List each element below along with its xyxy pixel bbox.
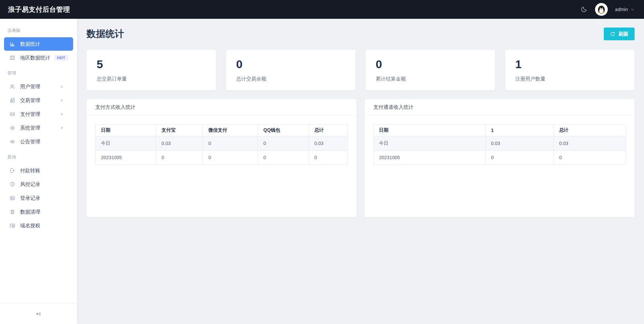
table-row: 今日0.030.03 <box>374 136 626 151</box>
penguin-avatar[interactable] <box>595 3 608 16</box>
table-card-title: 支付通道收入统计 <box>365 99 635 115</box>
idcard-icon <box>9 195 15 201</box>
sidebar-item-label: 域名授权 <box>20 223 40 229</box>
chevron-right-icon <box>60 85 64 89</box>
sidebar-item-label: 公告管理 <box>20 139 40 145</box>
table-cell: 今日 <box>374 136 486 151</box>
table-cell: 0 <box>203 136 258 151</box>
sidebar-item[interactable]: 付款转账 <box>4 164 73 177</box>
refresh-button[interactable]: 刷新 <box>604 28 635 40</box>
sidebar-item[interactable]: 域名授权 <box>4 219 73 232</box>
stat-card: 1注册用户数量 <box>505 50 635 90</box>
sidebar-item-label: 用户管理 <box>20 84 40 90</box>
page-title: 数据统计 <box>87 28 124 40</box>
sidebar-collapse-button[interactable] <box>0 303 77 324</box>
table-cell: 0.03 <box>309 136 348 151</box>
stat-card: 5总交易订单量 <box>87 50 216 90</box>
stat-card: 0总计交易余额 <box>226 50 356 90</box>
stat-label: 总计交易余额 <box>236 76 345 82</box>
stat-cards-row: 5总交易订单量0总计交易余额0累计结算金额1注册用户数量 <box>87 50 635 90</box>
users-icon <box>9 84 15 90</box>
sidebar-item-label: 地区数据统计 <box>20 55 50 61</box>
data-table: 日期支付宝微信支付QQ钱包总计今日0.03000.03202310050000 <box>95 124 348 165</box>
stat-value: 0 <box>376 58 485 71</box>
table-card: 支付方式收入统计日期支付宝微信支付QQ钱包总计今日0.03000.0320231… <box>87 99 357 217</box>
chevron-down-icon <box>630 7 635 12</box>
sidebar-item-label: 数据统计 <box>20 41 40 47</box>
stat-label: 注册用户数量 <box>515 76 625 82</box>
table-header-cell: 1 <box>485 125 553 136</box>
sidebar-nav: 仪表版数据统计地区数据统计HOT管理用户管理交易管理支付管理系统管理公告管理其他… <box>0 19 77 303</box>
browser-icon <box>9 223 15 229</box>
sidebar-item[interactable]: 风控记录 <box>4 178 73 191</box>
stat-value: 0 <box>236 58 345 71</box>
stat-label: 总交易订单量 <box>97 76 206 82</box>
sidebar-item[interactable]: 支付管理 <box>4 107 73 121</box>
sidebar: 仪表版数据统计地区数据统计HOT管理用户管理交易管理支付管理系统管理公告管理其他… <box>0 19 77 324</box>
sound-icon <box>9 139 15 145</box>
main-content: 数据统计 刷新 5总交易订单量0总计交易余额0累计结算金额1注册用户数量 支付方… <box>77 19 644 324</box>
refresh-button-label: 刷新 <box>619 31 629 37</box>
sidebar-section-label: 其他 <box>0 149 77 164</box>
table-header-cell: 总计 <box>309 125 348 136</box>
hot-badge: HOT <box>54 55 68 61</box>
table-row: 2023100500 <box>374 151 626 165</box>
moon-icon[interactable] <box>580 6 588 13</box>
table-cell: 0 <box>258 151 309 165</box>
table-header-cell: QQ钱包 <box>258 125 309 136</box>
sidebar-item[interactable]: 数据清理 <box>4 205 73 219</box>
table-card-title: 支付方式收入统计 <box>87 99 357 115</box>
stat-value: 5 <box>97 58 206 71</box>
file-text-icon <box>9 97 15 103</box>
sidebar-item-label: 支付管理 <box>20 111 40 118</box>
table-cell: 0.03 <box>485 136 553 151</box>
table-cell: 0 <box>485 151 553 165</box>
table-header-cell: 日期 <box>96 125 156 136</box>
header-actions: admin <box>580 3 635 16</box>
chevron-right-icon <box>60 126 64 130</box>
top-header: 浪子易支付后台管理 admin <box>0 0 644 19</box>
gear-icon <box>9 125 15 131</box>
table-cell: 20231005 <box>96 151 156 165</box>
table-cell: 0 <box>156 151 203 165</box>
user-menu[interactable]: admin <box>615 7 635 12</box>
shield-alert-icon <box>9 181 15 187</box>
table-header-cell: 微信支付 <box>203 125 258 136</box>
table-card-body: 日期支付宝微信支付QQ钱包总计今日0.03000.03202310050000 <box>87 115 357 165</box>
table-cell: 0 <box>203 151 258 165</box>
sidebar-item[interactable]: 数据统计 <box>4 37 73 51</box>
sidebar-item[interactable]: 公告管理 <box>4 135 73 148</box>
bar-chart-icon <box>9 41 15 47</box>
chevron-right-icon <box>60 98 64 102</box>
table-cell: 0 <box>309 151 348 165</box>
table-header-cell: 支付宝 <box>156 125 203 136</box>
user-name: admin <box>615 7 628 12</box>
sidebar-item[interactable]: 登录记录 <box>4 191 73 205</box>
table-row: 202310050000 <box>96 151 348 165</box>
transaction-icon <box>9 111 15 117</box>
collapse-to-left-icon <box>36 311 42 317</box>
stat-label: 累计结算金额 <box>376 76 485 82</box>
table-cell: 0 <box>258 136 309 151</box>
table-cards-row: 支付方式收入统计日期支付宝微信支付QQ钱包总计今日0.03000.0320231… <box>87 99 635 217</box>
table-cell: 0.03 <box>553 136 626 151</box>
table-header-cell: 日期 <box>374 125 486 136</box>
table-card-body: 日期1总计今日0.030.032023100500 <box>365 115 635 165</box>
app-shell: 仪表版数据统计地区数据统计HOT管理用户管理交易管理支付管理系统管理公告管理其他… <box>0 19 644 324</box>
sidebar-item[interactable]: 地区数据统计HOT <box>4 51 73 64</box>
stat-card: 0累计结算金额 <box>366 50 495 90</box>
trash-icon <box>9 209 15 215</box>
sidebar-section-label: 管理 <box>0 65 77 80</box>
stat-value: 1 <box>515 58 625 71</box>
sidebar-item-label: 系统管理 <box>20 125 40 131</box>
app-title: 浪子易支付后台管理 <box>8 5 70 14</box>
sidebar-item[interactable]: 交易管理 <box>4 94 73 107</box>
sidebar-item-label: 登录记录 <box>20 195 40 201</box>
sidebar-item-label: 风控记录 <box>20 181 40 188</box>
page-header: 数据统计 刷新 <box>87 28 635 40</box>
table-card: 支付通道收入统计日期1总计今日0.030.032023100500 <box>365 99 635 217</box>
sidebar-item[interactable]: 用户管理 <box>4 80 73 93</box>
table-cell: 0.03 <box>156 136 203 151</box>
sidebar-item[interactable]: 系统管理 <box>4 121 73 135</box>
sidebar-item-label: 数据清理 <box>20 209 40 215</box>
